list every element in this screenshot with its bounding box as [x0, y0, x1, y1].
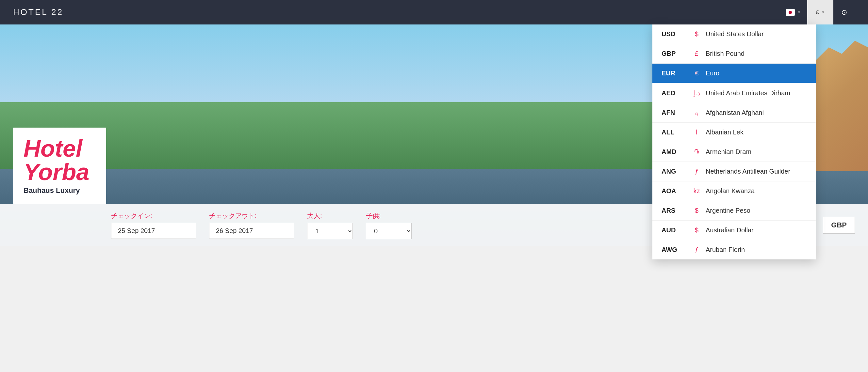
- currency-symbol-all: l: [688, 129, 706, 136]
- currency-symbol-aoa: kz: [688, 187, 706, 195]
- checkin-label: チェックイン:: [111, 211, 196, 220]
- currency-item-aud[interactable]: AUD$Australian Dollar: [652, 221, 816, 240]
- currency-item-awg[interactable]: AWGƒAruban Florin: [652, 240, 816, 260]
- currency-item-ang[interactable]: ANGƒNetherlands Antillean Guilder: [652, 162, 816, 181]
- checkout-input[interactable]: [209, 223, 294, 239]
- adults-select[interactable]: 1 2 3 4: [307, 223, 353, 239]
- children-select[interactable]: 0 1 2 3: [366, 223, 412, 239]
- currency-item-aoa[interactable]: AOAkzAngolan Kwanza: [652, 181, 816, 201]
- checkin-input[interactable]: [111, 223, 196, 239]
- currency-code-aed: AED: [661, 90, 688, 97]
- hotel-name: Hotel Yorba: [24, 137, 96, 184]
- adults-field: 大人: 1 2 3 4: [307, 211, 353, 239]
- currency-item-eur[interactable]: EUR€Euro: [652, 64, 816, 83]
- currency-code-afn: AFN: [661, 109, 688, 116]
- currency-symbol-afn: ؋: [688, 109, 706, 116]
- currency-code-aud: AUD: [661, 227, 688, 234]
- currency-symbol-awg: ƒ: [688, 246, 706, 253]
- booking-currency-button[interactable]: GBP: [823, 217, 855, 234]
- currency-name-awg: Aruban Florin: [706, 246, 807, 253]
- currency-name-eur: Euro: [706, 69, 807, 77]
- currency-code-ang: ANG: [661, 168, 688, 175]
- children-label: 子供:: [366, 211, 412, 220]
- currency-button[interactable]: £ ▼: [807, 0, 833, 25]
- currency-name-afn: Afghanistan Afghani: [706, 109, 807, 116]
- currency-code-amd: AMD: [661, 148, 688, 156]
- currency-symbol-gbp: £: [688, 50, 706, 58]
- currency-code-gbp: GBP: [661, 50, 688, 58]
- site-logo: HOTEL 22: [13, 7, 63, 17]
- currency-symbol-amd: ֏: [688, 148, 706, 156]
- currency-symbol-aed: د.إ: [688, 89, 706, 97]
- currency-symbol-eur: €: [688, 69, 706, 77]
- currency-code-ars: ARS: [661, 207, 688, 214]
- checkout-label: チェックアウト:: [209, 211, 294, 220]
- currency-item-amd[interactable]: AMD֏Armenian Dram: [652, 142, 816, 162]
- header-controls: ▼ £ ▼ ⊙: [779, 0, 855, 25]
- currency-code-all: ALL: [661, 129, 688, 136]
- currency-name-amd: Armenian Dram: [706, 148, 807, 156]
- currency-symbol-ang: ƒ: [688, 168, 706, 175]
- currency-item-aed[interactable]: AEDد.إUnited Arab Emirates Dirham: [652, 83, 816, 103]
- currency-code-awg: AWG: [661, 246, 688, 253]
- currency-dropdown: USD$United States DollarGBP£British Poun…: [652, 25, 816, 260]
- header: HOTEL 22 ▼ £ ▼ ⊙: [0, 0, 868, 25]
- currency-item-all[interactable]: ALLlAlbanian Lek: [652, 123, 816, 142]
- children-field: 子供: 0 1 2 3: [366, 211, 412, 239]
- currency-name-all: Albanian Lek: [706, 129, 807, 136]
- currency-item-ars[interactable]: ARS$Argentine Peso: [652, 201, 816, 221]
- japan-flag-icon: [786, 9, 795, 16]
- currency-name-gbp: British Pound: [706, 50, 807, 58]
- language-button[interactable]: ▼: [779, 0, 807, 25]
- hotel-info-card: Hotel Yorba Bauhaus Luxury: [13, 128, 106, 204]
- currency-name-usd: United States Dollar: [706, 30, 807, 38]
- checkout-field: チェックアウト:: [209, 211, 294, 239]
- location-button[interactable]: ⊙: [833, 0, 855, 25]
- checkin-field: チェックイン:: [111, 211, 196, 239]
- currency-name-aed: United Arab Emirates Dirham: [706, 90, 807, 97]
- hotel-tagline: Bauhaus Luxury: [24, 186, 96, 195]
- currency-item-afn[interactable]: AFN؋Afghanistan Afghani: [652, 103, 816, 123]
- location-pin-icon: ⊙: [841, 8, 847, 16]
- currency-code-usd: USD: [661, 30, 688, 38]
- currency-code-eur: EUR: [661, 69, 688, 77]
- currency-code-aoa: AOA: [661, 187, 688, 195]
- currency-name-ang: Netherlands Antillean Guilder: [706, 168, 807, 175]
- currency-symbol-label: £: [816, 9, 819, 15]
- currency-name-ars: Argentine Peso: [706, 207, 807, 214]
- currency-name-aoa: Angolan Kwanza: [706, 187, 807, 195]
- currency-symbol-aud: $: [688, 227, 706, 234]
- currency-chevron-icon: ▼: [822, 10, 825, 14]
- adults-label: 大人:: [307, 211, 353, 220]
- lang-chevron-icon: ▼: [798, 10, 801, 14]
- currency-item-usd[interactable]: USD$United States Dollar: [652, 25, 816, 44]
- currency-symbol-usd: $: [688, 30, 706, 38]
- currency-symbol-ars: $: [688, 207, 706, 214]
- currency-name-aud: Australian Dollar: [706, 227, 807, 234]
- currency-item-gbp[interactable]: GBP£British Pound: [652, 44, 816, 64]
